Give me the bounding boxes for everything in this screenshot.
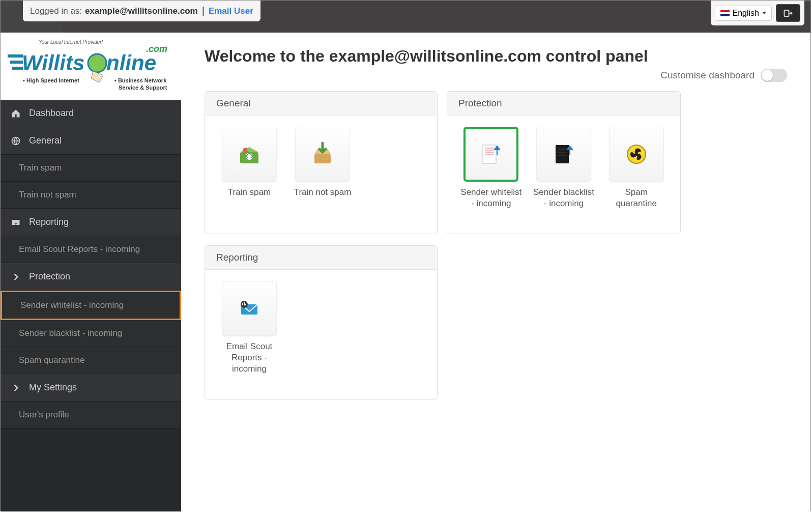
sidebar-item-sender-whitelist[interactable]: Sender whitelist - incoming [1, 291, 181, 320]
panel-title: Reporting [205, 246, 437, 270]
sidebar-item-protection[interactable]: Protection [1, 263, 181, 291]
tile-sender-whitelist[interactable]: Sender whitelist - incoming [459, 127, 523, 209]
svg-text:• Business Network: • Business Network [114, 77, 167, 83]
panel-protection: Protection [447, 91, 681, 234]
doc-arrow-up-icon [478, 141, 504, 167]
tile-label: Train not spam [291, 187, 355, 198]
tile-icon-box [295, 127, 350, 182]
tile-icon-box [222, 281, 277, 336]
sidebar-label: Train spam [19, 163, 62, 173]
svg-rect-0 [785, 10, 789, 16]
sidebar-label: Dashboard [29, 108, 74, 119]
sidebar-label: My Settings [29, 382, 77, 393]
logout-icon [782, 9, 794, 18]
envelope-stats-icon [236, 295, 263, 322]
sidebar-item-dashboard[interactable]: Dashboard [1, 100, 181, 127]
svg-text:.com: .com [146, 44, 167, 54]
doc-black-arrow-icon [550, 141, 577, 167]
svg-rect-29 [242, 303, 243, 305]
box-download-icon [309, 141, 336, 167]
tile-email-scout-reports[interactable]: Email Scout Reports - incoming [217, 281, 281, 375]
tile-label: Email Scout Reports - incoming [217, 341, 281, 375]
chevron-right-icon [11, 272, 21, 282]
panel-reporting: Reporting [205, 245, 438, 400]
svg-rect-15 [314, 154, 331, 163]
tile-label: Sender whitelist - incoming [459, 187, 523, 209]
home-icon [11, 108, 21, 119]
tile-label: Sender blacklist - incoming [532, 187, 596, 209]
sidebar: Your Local Internet Provider! Willits nl… [1, 33, 181, 511]
customise-row: Customise dashboard [205, 69, 787, 82]
language-label: English [733, 9, 759, 18]
panel-general: General [205, 91, 438, 234]
sidebar-item-my-settings[interactable]: My Settings [1, 374, 181, 402]
panels-row-2: Reporting [205, 245, 787, 400]
globe-icon [11, 136, 21, 146]
sidebar-label: Reporting [29, 217, 69, 227]
panel-body: Train spam Train not spam [205, 116, 437, 222]
sidebar-item-general[interactable]: General [1, 127, 181, 155]
tile-icon-box [609, 127, 664, 182]
svg-rect-21 [556, 145, 569, 163]
tile-label: Train spam [217, 187, 281, 198]
tile-spam-quarantine[interactable]: Spam quarantine [604, 127, 668, 209]
sidebar-label: Sender blacklist - incoming [19, 328, 122, 338]
logged-in-box: Logged in as: example@willitsonline.com … [23, 1, 260, 21]
tile-icon-box [222, 127, 277, 182]
logo-tagline: Your Local Internet Provider! [38, 39, 103, 45]
panel-title: Protection [447, 92, 680, 116]
sidebar-label: General [29, 135, 62, 146]
logo-box: Your Local Internet Provider! Willits nl… [1, 33, 181, 100]
sidebar-label: Spam quarantine [19, 355, 84, 365]
email-user-link[interactable]: Email User [209, 6, 253, 16]
sidebar-label: Email Scout Reports - incoming [19, 244, 140, 254]
sidebar-item-sender-blacklist[interactable]: Sender blacklist - incoming [1, 320, 181, 347]
customise-label: Customise dashboard [660, 70, 755, 81]
svg-text:nline: nline [106, 51, 156, 75]
sidebar-item-train-not-spam[interactable]: Train not spam [1, 182, 181, 209]
body-row: Your Local Internet Provider! Willits nl… [1, 33, 810, 511]
biohazard-icon [623, 141, 650, 167]
svg-text:• High Speed Internet: • High Speed Internet [23, 77, 79, 83]
tile-train-spam[interactable]: Train spam [217, 127, 281, 198]
panel-body: Email Scout Reports - incoming [205, 270, 437, 399]
sidebar-item-train-spam[interactable]: Train spam [1, 155, 181, 182]
sidebar-item-users-profile[interactable]: User's profile [1, 402, 181, 429]
customise-toggle[interactable] [761, 69, 787, 82]
logged-in-prefix: Logged in as: [30, 6, 82, 16]
chevron-right-icon [11, 383, 21, 393]
sidebar-item-reporting[interactable]: Reporting [1, 209, 181, 236]
app-frame: Logged in as: example@willitsonline.com … [0, 0, 811, 511]
svg-point-13 [246, 153, 253, 160]
tile-label: Spam quarantine [604, 187, 668, 209]
language-dropdown[interactable]: English [715, 6, 772, 21]
divider: | [202, 5, 205, 17]
top-right-controls: English [711, 1, 804, 25]
chevron-down-icon [762, 12, 766, 14]
sidebar-label: User's profile [19, 410, 69, 420]
tile-sender-blacklist[interactable]: Sender blacklist - incoming [532, 127, 596, 209]
tile-icon-box [463, 127, 518, 182]
brand-logo: Your Local Internet Provider! Willits nl… [5, 36, 178, 97]
trash-recycle-icon [236, 141, 263, 167]
svg-rect-31 [245, 304, 246, 305]
inbox-icon [11, 217, 21, 227]
sidebar-label: Protection [29, 271, 70, 282]
panel-body: Sender whitelist - incoming [447, 116, 680, 234]
panels-row-1: General [205, 91, 787, 234]
svg-text:Service & Support: Service & Support [119, 84, 167, 91]
sidebar-item-email-scout-reports[interactable]: Email Scout Reports - incoming [1, 236, 181, 263]
current-user-email: example@willitsonline.com [85, 6, 198, 16]
sidebar-label: Sender whitelist - incoming [20, 300, 124, 310]
tile-icon-box [536, 127, 591, 182]
tile-train-not-spam[interactable]: Train not spam [291, 127, 355, 198]
svg-text:Willits: Willits [22, 51, 84, 75]
svg-rect-30 [244, 302, 245, 305]
panel-title: General [205, 92, 437, 116]
top-bar: Logged in as: example@willitsonline.com … [63, 1, 810, 33]
logout-button[interactable] [776, 4, 800, 22]
svg-point-5 [88, 54, 106, 72]
main-area: Welcome to the example@willitsonline.com… [181, 33, 810, 511]
flag-icon [720, 10, 730, 16]
sidebar-item-spam-quarantine[interactable]: Spam quarantine [1, 347, 181, 374]
